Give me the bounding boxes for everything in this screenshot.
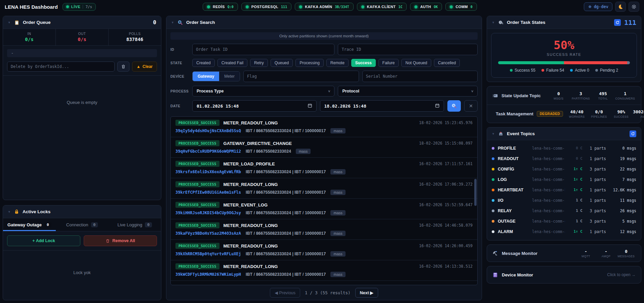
serial-number-input[interactable]	[362, 71, 478, 82]
flag-input[interactable]	[243, 71, 359, 82]
result-row[interactable]: PROCESSED_SUCCESS METER_READOUT_LONG 18-…	[171, 117, 477, 137]
collapse-caret-icon[interactable]: ▼	[171, 21, 174, 24]
service-badge[interactable]: POSTGRESQL 111	[241, 3, 291, 11]
collapse-caret-icon[interactable]: ▼	[8, 210, 11, 214]
topic-dot-icon	[492, 199, 494, 202]
result-order-task-id-link[interactable]: 39kWCDFTyLDRMkM0267WKimLypH	[175, 272, 241, 277]
topic-consumers: 1 C	[568, 198, 582, 202]
device-toggle-button[interactable]: Meter	[219, 72, 240, 81]
refresh-button[interactable]	[614, 19, 621, 26]
refresh-button[interactable]	[630, 130, 636, 137]
result-row[interactable]: PROCESSED_SUCCESS GATEWAY_DIRECTIVE_CHAN…	[171, 137, 477, 158]
result-order-task-id-link[interactable]: 39qHvFGbcCsRUDP9KG6oWQPM1i2	[175, 149, 241, 154]
legend-dot-icon	[595, 69, 598, 72]
delete-button[interactable]	[117, 62, 129, 72]
lock-tab[interactable]: Gateway Outage 0	[3, 218, 56, 231]
result-row[interactable]: PROCESSED_SUCCESS METER_READOUT_LONG 16-…	[171, 219, 477, 240]
environment-button[interactable]: dg-dev	[584, 2, 612, 11]
topic-row[interactable]: ALARM lena-hes-comm-alarm 1↑ C 1 parts 1…	[487, 226, 641, 237]
add-lock-button[interactable]: + Add Lock	[7, 235, 80, 246]
topic-partitions: 1 parts	[586, 156, 606, 161]
topic-row[interactable]: OUTAGE lena-hes-comm-outage 1 C 3 parts …	[487, 216, 641, 226]
result-row[interactable]: PROCESSED_SUCCESS METER_EVENT_LOG 16-02-…	[171, 199, 477, 219]
device-monitor-card[interactable]: Device Monitor Click to open →	[487, 266, 641, 283]
order-search-panel: ▼ Order Search Only active partitions sh…	[166, 16, 482, 300]
results-scrollbar-thumb[interactable]	[474, 179, 477, 206]
result-order-task-id-link[interactable]: 39kiHHRJsoRJKDI54bCUp9OGJsy	[175, 211, 241, 215]
topic-messages: 12 msgs	[609, 229, 636, 234]
clear-queue-button[interactable]: ▲ Clear	[132, 62, 157, 72]
result-order-task-id-link[interactable]: 39krsfx6EoliDsX6oxAgEvWLfRb	[175, 169, 241, 174]
result-row[interactable]: PROCESSED_SUCCESS METER_READOUT_LONG 16-…	[171, 178, 477, 199]
message-monitor-card[interactable]: Message Monitor - MQTT - AMQP 0	[487, 244, 641, 262]
remove-all-button[interactable]: Remove All	[84, 235, 157, 246]
date-from-input[interactable]: 01.02.2026 15:48	[192, 100, 317, 112]
order-queue-panel: ▼ Order Queue 0 IN 0/s OUT 0/s	[3, 16, 161, 200]
service-badge[interactable]: KAFKA CLİENT 1C	[357, 3, 407, 11]
legend-item: Pending 2	[595, 68, 618, 73]
topic-row[interactable]: CONFİG lena-hes-comm-configurati… 1↑ C 3…	[487, 164, 641, 174]
task-management-row[interactable]: Task Management DEGRADED 40/40 WORKERS 0…	[487, 105, 641, 123]
search-submit-button[interactable]	[447, 100, 461, 112]
result-row[interactable]: PROCESSED_SUCCESS METER_LOAD_PROFILE 16-…	[171, 158, 477, 178]
trace-id-input[interactable]	[338, 44, 478, 55]
topic-row[interactable]: HEARTBEAT lena-hes-comm-heartbeat 1↑ C 1…	[487, 185, 641, 195]
state-chip[interactable]: Success	[351, 59, 376, 67]
collapse-caret-icon[interactable]: ▼	[492, 21, 495, 24]
delete-by-ordertaskid-input[interactable]	[7, 62, 115, 72]
topic-dot-icon	[492, 189, 494, 191]
collapse-caret-icon[interactable]: ▼	[8, 21, 11, 24]
service-badge[interactable]: COMM 0	[445, 3, 477, 11]
state-chip[interactable]: Remote	[326, 59, 349, 67]
state-chip[interactable]: Retry	[250, 59, 268, 67]
order-task-id-input[interactable]	[192, 44, 334, 55]
service-badge[interactable]: AUTH OK	[410, 3, 442, 11]
topic-row[interactable]: RELAY lena-hes-comm-relay 1 C 3 parts 26…	[487, 205, 641, 216]
service-badge[interactable]: REDİS Q:0	[203, 3, 238, 11]
previous-page-button[interactable]: ◀ Previous	[270, 288, 300, 298]
search-results-list: PROCESSED_SUCCESS METER_READOUT_LONG 18-…	[170, 116, 478, 285]
protocol-select[interactable]: Protocol ˅	[338, 86, 478, 97]
lock-tab[interactable]: Live Logging 0	[108, 218, 161, 231]
date-to-input[interactable]: 18.02.2026 15:48	[320, 100, 444, 112]
topic-row[interactable]: LOG lena-hes-comm-log 1↑ C 1 parts 7 msg…	[487, 174, 641, 185]
result-row[interactable]: PROCESSED_SUCCESS METER_READOUT_LONG 16-…	[171, 240, 477, 260]
lock-tab[interactable]: Connection 0	[56, 218, 109, 231]
theme-toggle-button[interactable]	[615, 2, 626, 12]
legend-dot-icon	[570, 69, 573, 72]
gear-icon	[631, 4, 637, 9]
service-badge[interactable]: KAFKA ADMİN 3B/334T	[295, 3, 353, 11]
topic-partitions: 1 parts	[586, 198, 606, 203]
state-chip[interactable]: Not Queued	[401, 59, 431, 67]
state-chip[interactable]: Processing	[295, 59, 323, 67]
stat-value: 0	[617, 249, 636, 254]
topic-row[interactable]: I/O lena-hes-comm-input-output 1 C 1 par…	[487, 195, 641, 205]
result-order-task-id-link[interactable]: 39kXhRRCM5Bp0tqYurtvRFLuXEj	[175, 252, 241, 256]
topic-row[interactable]: PROFİLE lena-hes-comm-raw-profile 0 C 1 …	[487, 143, 641, 153]
state-update-topic-row[interactable]: State Update Topic 0 MSG/S 3 PARTİTİONS	[487, 86, 641, 105]
collapse-caret-icon[interactable]: ▼	[492, 132, 495, 136]
state-chip[interactable]: Created Fail	[217, 59, 247, 67]
state-chip[interactable]: Created	[192, 59, 215, 67]
legend-dot-icon	[510, 69, 513, 72]
metric-label: Device Monitor	[502, 272, 533, 277]
settings-button[interactable]	[629, 2, 639, 12]
process-type-select[interactable]: Process Type ˅	[192, 86, 334, 97]
status-dot-icon	[450, 5, 453, 8]
stat-value: 0/s	[57, 37, 107, 42]
clear-search-button[interactable]: ✕	[464, 100, 478, 112]
topic-messages: 5 msgs	[609, 219, 636, 224]
rate-bar-segment	[627, 61, 630, 64]
result-order-task-id-link[interactable]: 39krEfCPfIEw08U1GiAe0m1sFls	[175, 190, 241, 195]
result-order-task-id-link[interactable]: 39qIy5dy4dsHOujNsCXAnBd5SsQ	[175, 128, 241, 133]
next-page-button[interactable]: Next ▶	[355, 288, 378, 298]
result-order-task-id-link[interactable]: 39kaFVyz9BDoHsYSaz2M4O3sAzA	[175, 231, 241, 236]
state-chip[interactable]: Cancelled	[434, 59, 460, 67]
topic-row[interactable]: READOUT lena-hes-comm-raw-readout 0 C 1 …	[487, 153, 641, 164]
state-chip[interactable]: Queued	[271, 59, 293, 67]
topic-name: I/O	[498, 198, 529, 203]
device-toggle-button[interactable]: Gateway	[193, 72, 219, 81]
state-chip[interactable]: Failure	[378, 59, 399, 67]
stat-value: 0	[548, 91, 569, 96]
result-row[interactable]: PROCESSED_SUCCESS METER_READOUT_LONG 16-…	[171, 260, 477, 281]
